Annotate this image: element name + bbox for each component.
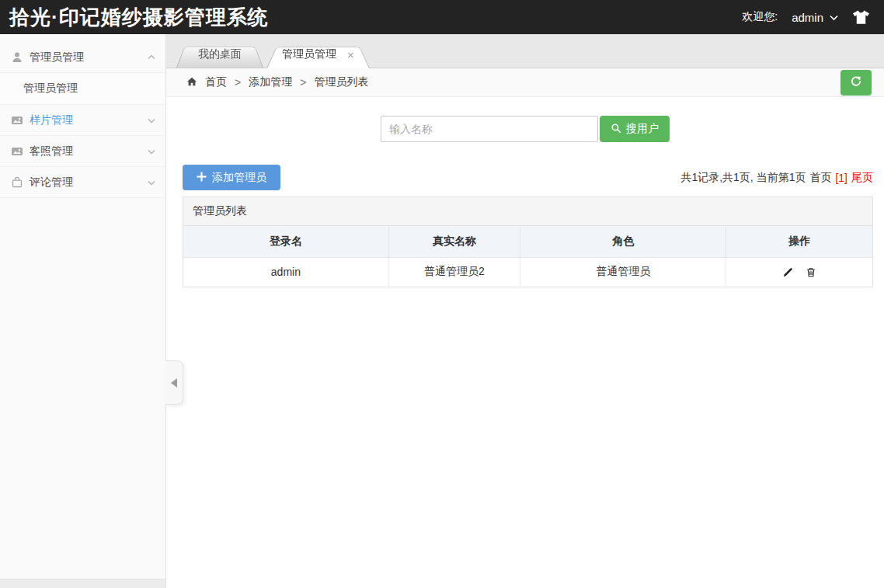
topbar-right: 欢迎您: admin (742, 9, 884, 25)
tab-my-desktop[interactable]: 我的桌面 (176, 41, 263, 68)
sidebar-item-label: 客照管理 (30, 144, 147, 158)
sidebar-item-customer-photo-management[interactable]: 客照管理 (0, 136, 165, 167)
user-icon (11, 51, 23, 64)
sidebar-subitem-admin-list[interactable]: 管理员管理 (0, 73, 165, 105)
app-window: 拾光·印记婚纱摄影管理系统 欢迎您: admin 管理员管理 (0, 0, 884, 588)
tab-bar: 我的桌面 管理员管理 (166, 34, 884, 68)
search-row: 搜用户 (166, 116, 884, 142)
sidebar-subitem-label: 管理员管理 (23, 82, 78, 96)
add-admin-button[interactable]: 添加管理员 (183, 165, 280, 190)
sidebar-item-label: 管理员管理 (30, 50, 147, 64)
search-button-label: 搜用户 (626, 122, 659, 136)
close-icon[interactable] (347, 49, 354, 61)
table-row: admin 普通管理员2 普通管理员 (183, 257, 872, 287)
sidebar-item-label: 评论管理 (30, 176, 147, 190)
chevron-down-icon (147, 147, 156, 156)
topbar: 拾光·印记婚纱摄影管理系统 欢迎您: admin (0, 0, 884, 34)
sidebar-horizontal-scrollbar[interactable] (0, 579, 165, 588)
breadcrumb-current: 管理员列表 (314, 75, 368, 89)
admin-list-panel: 管理员列表 登录名 真实名称 角色 操作 (183, 197, 873, 287)
column-header-login-name: 登录名 (183, 226, 388, 257)
welcome-label: 欢迎您: (742, 10, 778, 24)
sidebar-collapse-handle[interactable] (165, 360, 183, 405)
search-icon (611, 123, 621, 136)
search-input[interactable] (381, 116, 598, 142)
chevron-down-icon (147, 116, 156, 125)
column-header-actions: 操作 (726, 226, 872, 257)
user-dropdown[interactable]: admin (792, 11, 838, 24)
add-admin-button-label: 添加管理员 (212, 171, 266, 185)
username: admin (792, 11, 823, 24)
main-row: 管理员管理 管理员管理 样片管理 客 (0, 34, 884, 588)
picture-icon (11, 145, 23, 158)
table-header-row: 登录名 真实名称 角色 操作 (183, 226, 872, 257)
delete-icon[interactable] (806, 266, 816, 278)
plus-icon (197, 172, 207, 184)
breadcrumb-home[interactable]: 首页 (205, 75, 227, 89)
breadcrumb-add-management[interactable]: 添加管理 (249, 75, 292, 89)
chevron-up-icon (147, 53, 156, 62)
admin-table: 登录名 真实名称 角色 操作 admin 普通管理员2 普通管理员 (183, 226, 872, 287)
pagination: 共1记录,共1页, 当前第1页 首页 [1] 尾页 (680, 171, 873, 185)
sidebar-item-admin-management[interactable]: 管理员管理 (0, 42, 165, 73)
cell-real-name: 普通管理员2 (388, 257, 520, 287)
tab-label: 管理员管理 (282, 47, 336, 61)
column-header-real-name: 真实名称 (388, 226, 520, 257)
sidebar-item-label: 样片管理 (30, 113, 147, 127)
pagination-current-page[interactable]: [1] (835, 172, 847, 184)
app-title: 拾光·印记婚纱摄影管理系统 (0, 4, 269, 31)
collapse-left-icon (171, 378, 177, 388)
breadcrumb-separator: > (235, 76, 241, 89)
picture-icon (11, 114, 23, 127)
pagination-last[interactable]: 尾页 (851, 171, 873, 185)
pagination-first[interactable]: 首页 (809, 171, 831, 185)
sidebar-item-sample-management[interactable]: 样片管理 (0, 105, 165, 136)
content-area: 我的桌面 管理员管理 首页 > 添加管理 > 管理员列表 (166, 34, 884, 588)
bag-icon (11, 176, 23, 189)
page-body: 搜用户 添加管理员 共1记录,共1页, 当前第1页 首页 [1] 尾页 (166, 97, 884, 588)
cell-role: 普通管理员 (520, 257, 726, 287)
sidebar: 管理员管理 管理员管理 样片管理 客 (0, 34, 166, 588)
pagination-summary: 共1记录,共1页, 当前第1页 (680, 171, 806, 185)
refresh-icon (850, 75, 862, 90)
chevron-down-icon (830, 11, 838, 23)
column-header-role: 角色 (520, 226, 726, 257)
tab-admin-management[interactable]: 管理员管理 (266, 41, 370, 68)
chevron-down-icon (147, 178, 156, 187)
home-icon (186, 76, 197, 89)
cell-actions (726, 257, 872, 287)
refresh-button[interactable] (840, 70, 872, 96)
breadcrumb-separator: > (300, 76, 306, 89)
tshirt-icon[interactable] (852, 9, 870, 25)
toolbar-row: 添加管理员 共1记录,共1页, 当前第1页 首页 [1] 尾页 (183, 165, 873, 190)
panel-title: 管理员列表 (183, 197, 872, 226)
search-user-button[interactable]: 搜用户 (600, 116, 670, 142)
sidebar-item-comment-management[interactable]: 评论管理 (0, 167, 165, 198)
tab-label: 我的桌面 (198, 47, 242, 61)
breadcrumb: 首页 > 添加管理 > 管理员列表 (166, 68, 884, 97)
cell-login-name: admin (183, 257, 388, 287)
edit-icon[interactable] (782, 266, 794, 278)
